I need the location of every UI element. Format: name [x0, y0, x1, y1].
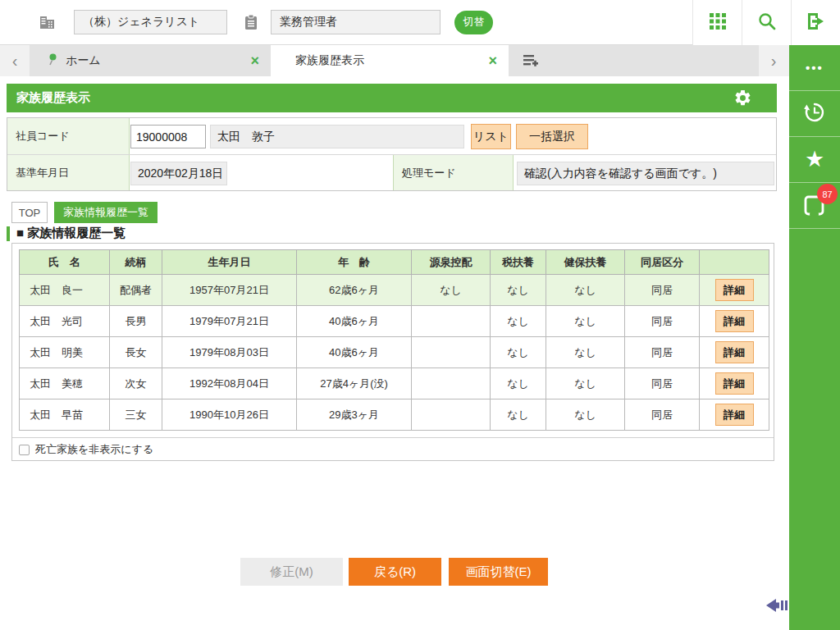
- cell-tax-dependent: なし: [491, 306, 546, 337]
- cell-name: 太田 明美: [20, 337, 110, 368]
- cell-name: 太田 良一: [20, 275, 110, 306]
- tab-family-history[interactable]: 家族履歴表示 ×: [271, 45, 509, 76]
- tab-home-label: ホーム: [66, 53, 101, 68]
- cell-detail: 詳細: [700, 337, 769, 368]
- breadcrumb: TOP 家族情報履歴一覧: [11, 202, 158, 223]
- table-row: 太田 美穂次女1992年08月04日27歳4ヶ月(没)なしなし同居詳細: [20, 368, 769, 399]
- cell-withholding: [412, 306, 491, 337]
- date-mode-row: 基準年月日 2020年02月18日 処理モード 確認(入力内容を確認する画面です…: [7, 154, 776, 190]
- cell-detail: 詳細: [700, 399, 769, 431]
- notification-badge: 87: [817, 184, 838, 204]
- cell-detail: 詳細: [700, 306, 769, 337]
- cell-withholding: [412, 337, 491, 368]
- family-table-head: 氏 名続柄生年月日年 齢源泉控配税扶養健保扶養同居区分: [20, 250, 769, 275]
- cell-relation: 配偶者: [110, 275, 162, 306]
- back-button[interactable]: 戻る(R): [349, 558, 441, 586]
- employee-name-field: 太田 敦子: [210, 125, 464, 148]
- family-table-body: 太田 良一配偶者1957年07月21日62歳6ヶ月なしなしなし同居詳細太田 光司…: [20, 275, 769, 431]
- tab-home-close-icon[interactable]: ×: [250, 53, 259, 68]
- cell-birthdate: 1979年08月03日: [162, 337, 297, 368]
- col-header-relation: 続柄: [110, 250, 162, 275]
- more-menu-button[interactable]: •••: [789, 45, 840, 91]
- favorites-button[interactable]: ★: [789, 137, 840, 183]
- collapse-panel-arrow-icon[interactable]: [765, 596, 788, 617]
- logout-icon: [806, 11, 827, 34]
- bulk-select-button[interactable]: 一括選択: [516, 124, 588, 149]
- tab-prev-button[interactable]: ‹: [0, 45, 30, 76]
- main-content: 家族履歴表示 社員コード 太田 敦子 リスト 一括選択 基準年月日 2020年0…: [0, 76, 789, 630]
- tab-family-label: 家族履歴表示: [295, 53, 364, 68]
- cell-relation: 三女: [110, 399, 162, 431]
- cell-withholding: [412, 368, 491, 399]
- cell-health-dependent: なし: [546, 337, 625, 368]
- cell-cohabitation: 同居: [625, 275, 700, 306]
- pin-icon: [48, 53, 57, 69]
- col-header-detail: [700, 250, 769, 275]
- company-input[interactable]: [74, 10, 227, 34]
- history-button[interactable]: [789, 91, 840, 137]
- right-sidebar: ••• ★ 87: [789, 45, 840, 630]
- add-tab-icon: [522, 52, 540, 69]
- history-clock-icon: [802, 100, 827, 127]
- detail-button[interactable]: 詳細: [715, 310, 754, 332]
- list-button[interactable]: リスト: [471, 124, 511, 149]
- base-date-field: 2020年02月18日: [130, 162, 227, 185]
- cell-withholding: なし: [412, 275, 491, 306]
- base-date-label: 基準年月日: [7, 155, 130, 190]
- switch-button[interactable]: 切替: [454, 11, 493, 34]
- cell-birthdate: 1990年10月26日: [162, 399, 297, 431]
- section-title-text: ■ 家族情報履歴一覧: [16, 226, 126, 241]
- cell-age: 40歳6ヶ月: [297, 306, 412, 337]
- detail-button[interactable]: 詳細: [715, 341, 754, 363]
- apps-grid-button[interactable]: [692, 0, 742, 45]
- top-button[interactable]: TOP: [11, 202, 48, 223]
- family-table: 氏 名続柄生年月日年 齢源泉控配税扶養健保扶養同居区分 太田 良一配偶者1957…: [19, 249, 769, 431]
- family-table-box: 氏 名続柄生年月日年 齢源泉控配税扶養健保扶養同居区分 太田 良一配偶者1957…: [11, 243, 774, 461]
- col-header-withholding: 源泉控配: [412, 250, 491, 275]
- cell-withholding: [412, 399, 491, 431]
- search-button[interactable]: [742, 0, 791, 45]
- family-history-list-button[interactable]: 家族情報履歴一覧: [54, 202, 158, 223]
- cell-tax-dependent: なし: [491, 368, 546, 399]
- cell-birthdate: 1979年07月21日: [162, 306, 297, 337]
- role-clipboard-icon: [242, 13, 260, 31]
- table-row: 太田 光司長男1979年07月21日40歳6ヶ月なしなし同居詳細: [20, 306, 769, 337]
- detail-button[interactable]: 詳細: [715, 372, 754, 395]
- cell-name: 太田 美穂: [20, 368, 110, 399]
- cell-cohabitation: 同居: [625, 337, 700, 368]
- role-input[interactable]: [271, 10, 441, 34]
- hide-deceased-label: 死亡家族を非表示にする: [35, 442, 153, 457]
- cell-relation: 次女: [110, 368, 162, 399]
- employee-code-input[interactable]: [130, 125, 206, 148]
- modify-button[interactable]: 修正(M): [240, 558, 343, 586]
- add-tab-button[interactable]: [518, 49, 543, 72]
- employee-code-label: 社員コード: [7, 118, 130, 154]
- cell-tax-dependent: なし: [491, 275, 546, 306]
- hide-deceased-checkbox[interactable]: [19, 445, 30, 455]
- cell-birthdate: 1992年08月04日: [162, 368, 297, 399]
- col-header-name: 氏 名: [20, 250, 110, 275]
- search-icon: [757, 11, 777, 34]
- col-header-health-dependent: 健保扶養: [546, 250, 625, 275]
- settings-gear-icon[interactable]: [733, 89, 752, 110]
- page-title-bar: 家族履歴表示: [7, 84, 777, 112]
- page-title: 家族履歴表示: [16, 90, 90, 106]
- cell-health-dependent: なし: [546, 399, 625, 431]
- screen-switch-button[interactable]: 画面切替(E): [449, 558, 548, 586]
- tab-next-button[interactable]: ›: [759, 45, 788, 76]
- detail-button[interactable]: 詳細: [715, 404, 754, 426]
- col-header-tax-dependent: 税扶養: [491, 250, 546, 275]
- tab-family-close-icon[interactable]: ×: [488, 53, 497, 68]
- hide-deceased-row: 死亡家族を非表示にする: [12, 437, 774, 461]
- cell-cohabitation: 同居: [625, 306, 700, 337]
- logout-button[interactable]: [791, 0, 840, 45]
- cell-tax-dependent: なし: [491, 337, 546, 368]
- detail-button[interactable]: 詳細: [715, 279, 754, 301]
- tab-home[interactable]: ホーム ×: [30, 45, 271, 76]
- top-header: 切替: [0, 0, 840, 45]
- table-row: 太田 良一配偶者1957年07月21日62歳6ヶ月なしなしなし同居詳細: [20, 275, 769, 306]
- cell-health-dependent: なし: [546, 368, 625, 399]
- notifications-button[interactable]: 87: [789, 183, 840, 229]
- col-header-cohabitation: 同居区分: [625, 250, 700, 275]
- cell-detail: 詳細: [700, 368, 769, 399]
